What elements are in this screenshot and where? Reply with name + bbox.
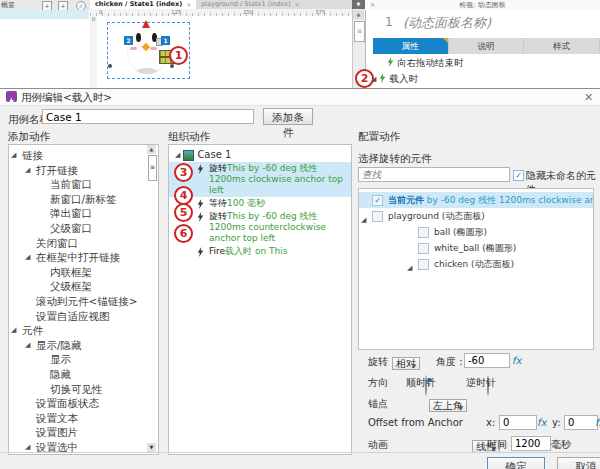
- case-header[interactable]: ◢Case 1: [169, 148, 351, 162]
- offset-y-fx-link[interactable]: fx: [595, 417, 600, 428]
- expand-icon[interactable]: ◢: [175, 152, 180, 159]
- widget-index: 1: [385, 15, 393, 29]
- action-tree-item[interactable]: ◢链接: [9, 148, 158, 163]
- close-icon[interactable]: ✕: [295, 0, 300, 9]
- action-tree-item[interactable]: 当前窗口: [9, 177, 158, 192]
- dialog-close-icon[interactable]: ✕: [584, 91, 593, 104]
- chevron-down-icon: ▼: [411, 358, 416, 373]
- inspector-tabs: 属性说明样式: [373, 38, 600, 54]
- organized-action[interactable]: 旋转This by -60 deg 线性 1200ms counterclock…: [169, 210, 351, 245]
- axure-workspace: 概要 + + ⌕ chicken / State1 (index)✕playgr…: [0, 0, 600, 469]
- organized-action[interactable]: 等待100 毫秒: [169, 197, 351, 210]
- action-tree-item[interactable]: 设置面板状态: [9, 396, 158, 411]
- angle-fx-link[interactable]: fx: [512, 355, 521, 366]
- widget-name-placeholder[interactable]: (动态面板名称): [403, 14, 491, 32]
- offset-y-input[interactable]: [564, 415, 598, 430]
- anchor-dropdown[interactable]: 左上角▼: [429, 399, 467, 412]
- widget-search-input[interactable]: [358, 167, 510, 182]
- dialog-titlebar[interactable]: 用例编辑<载入时> ✕: [0, 89, 600, 106]
- organized-action[interactable]: 旋转This by -60 deg 线性 1200ms clockwise an…: [169, 162, 351, 197]
- action-tree-item[interactable]: 内联框架: [9, 265, 158, 280]
- expand-icon[interactable]: ◢: [25, 163, 30, 178]
- canvas-scroll-thumb[interactable]: ≡: [354, 21, 365, 42]
- action-tree-item[interactable]: 关闭窗口: [9, 236, 158, 251]
- action-tree-item[interactable]: 显示: [9, 352, 158, 367]
- angle-input[interactable]: [464, 353, 510, 368]
- case-name-input[interactable]: [42, 109, 254, 124]
- action-tree-item[interactable]: 切换可见性: [9, 382, 158, 397]
- add-condition-button[interactable]: 添加条件: [263, 108, 313, 125]
- panel-state-badge-left[interactable]: 2: [124, 36, 133, 45]
- action-tree-item[interactable]: ◢元件: [9, 323, 158, 338]
- tab-属性[interactable]: 属性: [373, 38, 449, 54]
- action-tree-item[interactable]: 新窗口/新标签: [9, 192, 158, 207]
- add-action-tree: ◢链接◢打开链接当前窗口新窗口/新标签弹出窗口父级窗口关闭窗口◢在框架中打开链接…: [8, 144, 159, 455]
- tab-说明[interactable]: 说明: [449, 38, 525, 54]
- action-tree-item[interactable]: 设置自适应视图: [9, 309, 158, 324]
- scroll-down-icon[interactable]: ▼: [147, 443, 156, 452]
- action-tree-item[interactable]: 滚动到元件<锚链接>: [9, 294, 158, 309]
- tab-样式[interactable]: 样式: [524, 38, 600, 54]
- annotation-circle-1: 1: [169, 46, 188, 65]
- case-label: Case 1: [197, 148, 231, 162]
- offset-y-label: y:: [552, 417, 561, 428]
- clockwise-label[interactable]: 顺时针: [406, 376, 436, 390]
- expand-icon[interactable]: ◢: [11, 148, 16, 163]
- expand-icon[interactable]: ◢: [25, 250, 30, 265]
- offset-x-input[interactable]: [499, 415, 537, 430]
- expand-icon[interactable]: ◢: [11, 323, 16, 338]
- rotate-mode-dropdown[interactable]: 相对▼: [392, 357, 420, 370]
- action-tree-label: 隐藏: [50, 368, 71, 380]
- time-input[interactable]: [511, 436, 551, 451]
- pages-selected-row[interactable]: [0, 10, 89, 19]
- action-tree-item[interactable]: 父级窗口: [9, 221, 158, 236]
- action-tree-item[interactable]: 设置图片: [9, 425, 158, 440]
- action-tree-item[interactable]: ◢显示/隐藏: [9, 338, 158, 353]
- action-tree-item[interactable]: 设置文本: [9, 411, 158, 426]
- action-tree-item[interactable]: 隐藏: [9, 367, 158, 382]
- widget-tree-item[interactable]: ball (椭圆形): [359, 224, 593, 240]
- panel-state-badge-right[interactable]: 1: [161, 36, 170, 45]
- design-canvas[interactable]: 2 1: [97, 16, 352, 88]
- widget-checkbox[interactable]: [418, 227, 429, 238]
- expand-icon[interactable]: ◢: [25, 338, 30, 353]
- canvas-tab[interactable]: playground / State1 (index)✕: [196, 0, 304, 9]
- widget-checkbox[interactable]: [372, 211, 383, 222]
- chicken-cheek-right: [150, 47, 157, 50]
- hide-unnamed-checkbox[interactable]: ✓: [513, 170, 524, 181]
- widget-name: chicken: [434, 259, 468, 269]
- action-tree-item[interactable]: ◢在框架中打开链接: [9, 250, 158, 265]
- widget-suffix: (动态面板): [468, 259, 514, 269]
- action-params: 100 毫秒: [227, 198, 265, 208]
- ruler-label: 0: [99, 9, 103, 15]
- action-tree-item[interactable]: 弹出窗口: [9, 206, 158, 221]
- widget-tree-item[interactable]: ✓当前元件 by -60 deg 线性 1200ms clockwise anc…: [359, 192, 593, 208]
- action-tree-item[interactable]: ◢打开链接: [9, 163, 158, 178]
- offset-x-fx-link[interactable]: fx: [537, 417, 546, 428]
- action-tree-item[interactable]: 父级框架: [9, 279, 158, 294]
- canvas-tab[interactable]: chicken / State1 (index)✕: [90, 0, 196, 9]
- widget-checkbox[interactable]: [418, 243, 429, 254]
- chicken-comb: [142, 20, 150, 28]
- left-scroll-thumb[interactable]: ≡: [148, 155, 157, 181]
- organized-action[interactable]: Fire载入时 on This: [169, 245, 351, 258]
- expand-icon[interactable]: ◢: [407, 260, 412, 276]
- scroll-up-icon[interactable]: ▲: [353, 10, 364, 19]
- scroll-up-icon[interactable]: ▲: [147, 145, 156, 154]
- counterclockwise-label[interactable]: 逆时针: [466, 376, 496, 390]
- close-icon[interactable]: ✕: [370, 1, 375, 8]
- close-icon[interactable]: ✕: [186, 0, 191, 9]
- event-row[interactable]: ◢载入时: [365, 72, 600, 86]
- action-tree-label: 滚动到元件<锚链接>: [36, 295, 138, 307]
- event-row[interactable]: 向右拖动结束时: [365, 56, 600, 70]
- ok-button[interactable]: 确定: [487, 457, 545, 469]
- widget-checkbox[interactable]: ✓: [372, 195, 383, 206]
- tab-overflow-button[interactable]: ▼: [352, 0, 365, 9]
- action-tree-label: 打开链接: [36, 164, 78, 176]
- widget-tree-item[interactable]: ◢playground (动态面板): [359, 208, 593, 224]
- cancel-button[interactable]: 取消: [557, 457, 600, 469]
- widget-checkbox[interactable]: [418, 259, 429, 270]
- widget-tree-item[interactable]: white_ball (椭圆形): [359, 240, 593, 256]
- action-params: This by -60 deg 线性 1200ms clockwise anch…: [209, 163, 343, 195]
- widget-tree-item[interactable]: ◢chicken (动态面板): [359, 256, 593, 272]
